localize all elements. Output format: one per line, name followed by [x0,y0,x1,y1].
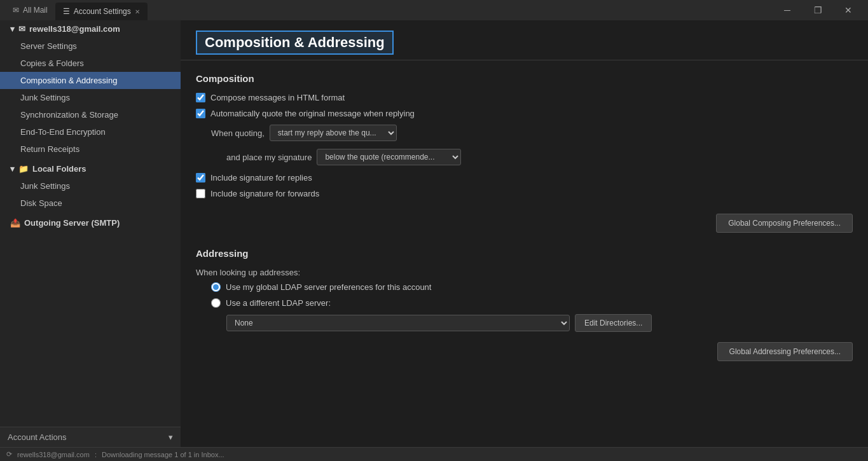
app-label: All Mail [23,6,48,15]
status-icon: ⟳ [6,450,12,458]
smtp-icon: 📤 [10,218,20,228]
signature-placement-select[interactable]: below the quote (recommende... above the… [317,149,461,165]
use-global-ldap-row: Use my global LDAP server preferences fo… [211,282,853,292]
and-place-label: and place my signature [226,153,312,162]
status-separator: : [95,451,97,458]
account-actions-bar[interactable]: Account Actions ▾ [0,427,181,447]
quoting-select[interactable]: start my reply above the qu... start my … [270,125,397,141]
sidebar-item-server-settings[interactable]: Server Settings [0,38,181,55]
statusbar: ⟳ rewells318@gmail.com : Downloading mes… [0,447,868,461]
titlebar: ✉ All Mail ☰ Account Settings ✕ ─ ❐ ✕ [0,0,868,20]
include-sig-forwards-checkbox[interactable] [196,189,205,198]
global-composing-preferences-button[interactable]: Global Composing Preferences... [716,214,853,233]
use-different-ldap-radio[interactable] [211,298,221,308]
include-sig-replies-row: Include signature for replies [196,173,853,182]
when-quoting-row: When quoting, start my reply above the q… [211,125,853,141]
use-global-ldap-label: Use my global LDAP server preferences fo… [226,282,431,292]
window-controls: ─ ❐ ✕ [773,0,863,20]
signature-placement-row: and place my signature below the quote (… [226,149,853,165]
include-sig-forwards-row: Include signature for forwards [196,189,853,198]
status-message: Downloading message 1 of 1 in Inbox... [102,451,224,458]
sidebar-item-disk-space[interactable]: Disk Space [0,195,181,212]
sidebar-item-junk-settings-2[interactable]: Junk Settings [0,177,181,195]
addressing-section-title: Addressing [196,248,853,259]
expand-icon: ▾ [10,24,15,34]
compose-html-checkbox[interactable] [196,93,205,102]
sidebar-item-copies-folders[interactable]: Copies & Folders [0,55,181,72]
sidebar: ▾ ✉ rewells318@gmail.com Server Settings… [0,20,181,447]
sidebar-item-return-receipts[interactable]: Return Receipts [0,141,181,158]
content-panel: Composition & Addressing Composition Com… [181,20,868,447]
sidebar-label: Outgoing Server (SMTP) [24,218,120,228]
include-sig-forwards-label: Include signature for forwards [210,189,319,198]
sidebar-item-end-to-end[interactable]: End-To-End Encryption [0,123,181,141]
sidebar-outgoing-server[interactable]: 📤 Outgoing Server (SMTP) [0,214,181,231]
include-sig-replies-label: Include signature for replies [210,173,312,182]
expand-icon: ▾ [10,164,15,174]
compose-html-row: Compose messages in HTML format [196,93,853,102]
when-looking-label: When looking up addresses: [196,268,300,277]
tab-account-settings[interactable]: ☰ Account Settings ✕ [55,3,148,20]
addressing-section: Addressing When looking up addresses: Us… [196,248,853,361]
auto-quote-checkbox[interactable] [196,109,205,118]
global-addressing-btn-row: Global Addressing Preferences... [196,342,853,361]
sidebar-label: Return Receipts [20,144,79,154]
account-icon: ✉ [18,24,25,34]
page-title: Composition & Addressing [196,31,394,55]
sidebar-local-folders[interactable]: ▾ 📁 Local Folders [0,160,181,177]
sidebar-label: Junk Settings [20,181,70,191]
sidebar-label: Server Settings [20,41,77,51]
sidebar-item-composition-addressing[interactable]: Composition & Addressing [0,72,181,89]
minimize-button[interactable]: ─ [773,0,802,20]
global-composing-btn-row: Global Composing Preferences... [196,214,853,233]
main-wrapper: ▾ ✉ rewells318@gmail.com Server Settings… [0,20,868,447]
status-email: rewells318@gmail.com [17,451,90,458]
when-looking-row: When looking up addresses: [196,268,853,277]
sidebar-label: Synchronization & Storage [20,110,118,120]
ldap-dropdown-row: None Edit Directories... [226,314,853,332]
sidebar-item-sync-storage[interactable]: Synchronization & Storage [0,106,181,123]
close-button[interactable]: ✕ [834,0,863,20]
tab-bar: ☰ Account Settings ✕ [55,0,773,20]
auto-quote-label: Automatically quote the original message… [210,109,415,118]
sidebar-label: End-To-End Encryption [20,127,106,137]
include-sig-replies-checkbox[interactable] [196,173,205,182]
sidebar-item-junk-settings-1[interactable]: Junk Settings [0,89,181,106]
global-addressing-preferences-button[interactable]: Global Addressing Preferences... [717,342,853,361]
restore-button[interactable]: ❐ [803,0,832,20]
use-different-ldap-label: Use a different LDAP server: [226,298,331,308]
sidebar-label: Local Folders [32,164,86,174]
tab-close-icon[interactable]: ✕ [135,8,140,15]
use-different-ldap-row: Use a different LDAP server: [211,298,853,308]
sidebar-label: Junk Settings [20,93,70,102]
app-icon: ✉ [13,6,19,15]
sidebar-account-header[interactable]: ▾ ✉ rewells318@gmail.com [0,20,181,38]
use-global-ldap-radio[interactable] [211,282,221,292]
sidebar-label: Disk Space [20,198,62,208]
content-header: Composition & Addressing [181,20,868,60]
dropdown-icon: ▾ [169,432,173,442]
tab-label: Account Settings [74,7,131,16]
app-tab[interactable]: ✉ All Mail [5,0,55,20]
when-quoting-label: When quoting, [211,128,265,138]
content-body: Composition Compose messages in HTML for… [181,60,868,447]
compose-html-label: Compose messages in HTML format [210,93,345,102]
account-actions-label: Account Actions [8,432,67,442]
sidebar-label: Composition & Addressing [20,76,117,85]
tab-icon: ☰ [63,7,70,16]
folder-icon: 📁 [18,164,29,174]
sidebar-label: Copies & Folders [20,58,84,68]
edit-directories-button[interactable]: Edit Directories... [575,314,652,332]
auto-quote-row: Automatically quote the original message… [196,109,853,118]
composition-section-title: Composition [196,73,853,84]
account-email: rewells318@gmail.com [29,24,120,34]
ldap-server-select[interactable]: None [226,315,570,331]
